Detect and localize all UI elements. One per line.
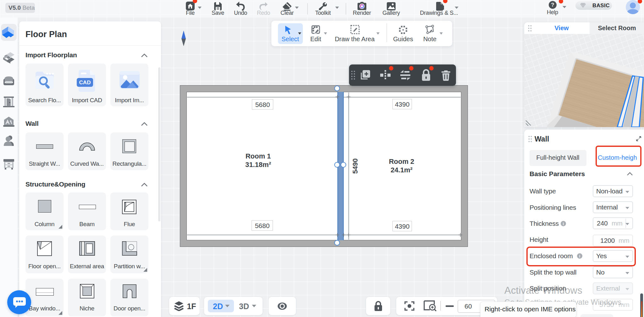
svg-text:CAD: CAD: [79, 80, 91, 86]
